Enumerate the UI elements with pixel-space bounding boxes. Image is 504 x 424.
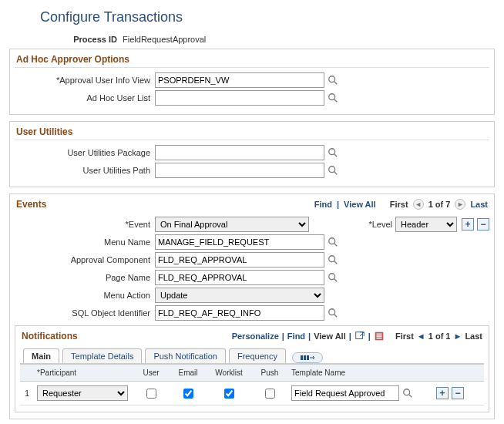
adhoc-user-list-input[interactable] <box>155 90 324 106</box>
svg-rect-23 <box>301 355 303 360</box>
menu-name-input[interactable] <box>155 234 324 250</box>
sql-object-id-input[interactable] <box>155 305 324 321</box>
grid-header-row: Participant User Email Worklist Push Tem… <box>20 364 484 382</box>
user-utilities-path-input[interactable] <box>155 163 324 178</box>
user-utilities-package-label: User Utilities Package <box>15 148 155 157</box>
svg-point-10 <box>329 256 335 262</box>
page-name-label: Page Name <box>15 273 155 282</box>
notif-personalize-link[interactable]: Personalize <box>232 331 279 341</box>
notif-pager-text: 1 of 1 <box>428 331 451 341</box>
approval-user-info-view-input[interactable] <box>155 72 324 88</box>
row-index: 1 <box>20 387 34 399</box>
page-title: Configure Transactions <box>40 9 495 25</box>
level-select[interactable]: Header <box>395 217 457 232</box>
svg-point-0 <box>329 76 335 82</box>
svg-point-2 <box>329 94 335 100</box>
user-utilities-title-text: User Utilities <box>16 126 72 137</box>
lookup-icon[interactable] <box>328 75 338 86</box>
user-utilities-path-label: User Utilities Path <box>15 166 155 175</box>
events-view-all-link[interactable]: View All <box>344 200 376 209</box>
previous-icon[interactable]: ◄ <box>413 199 424 210</box>
tab-push-notification[interactable]: Push Notification <box>145 348 226 363</box>
user-utilities-section: User Utilities User Utilities Package Us… <box>9 121 495 187</box>
lookup-icon[interactable] <box>328 237 338 247</box>
svg-rect-16 <box>356 332 363 339</box>
svg-line-9 <box>334 244 338 247</box>
svg-line-13 <box>334 279 338 282</box>
svg-line-5 <box>334 154 338 157</box>
svg-point-4 <box>329 149 335 155</box>
show-all-columns-icon[interactable] <box>292 352 323 363</box>
event-label: Event <box>15 220 155 229</box>
zoom-icon[interactable] <box>354 331 365 342</box>
tab-main[interactable]: Main <box>23 348 59 363</box>
lookup-icon[interactable] <box>328 272 338 283</box>
process-id-row: Process ID FieldRequestApproval <box>9 35 495 44</box>
events-find-link[interactable]: Find <box>314 200 332 209</box>
add-row-button[interactable]: + <box>462 218 474 231</box>
next-icon[interactable]: ► <box>453 331 462 341</box>
page-name-input[interactable] <box>155 270 324 285</box>
lookup-icon[interactable] <box>328 93 338 103</box>
svg-line-27 <box>409 395 412 398</box>
svg-rect-24 <box>304 355 306 360</box>
svg-line-1 <box>334 82 338 85</box>
menu-action-select[interactable]: Update <box>155 288 324 303</box>
push-checkbox[interactable] <box>265 389 275 399</box>
svg-line-11 <box>334 261 338 264</box>
notif-grid: Participant User Email Worklist Push Tem… <box>20 364 484 405</box>
template-name-input[interactable] <box>291 385 399 401</box>
svg-rect-20 <box>376 335 381 337</box>
lookup-icon[interactable] <box>328 254 338 265</box>
user-utilities-title: User Utilities <box>15 125 489 140</box>
adhoc-title-text: Ad Hoc Approver Options <box>16 54 129 65</box>
tab-frequency[interactable]: Frequency <box>229 348 286 363</box>
svg-rect-19 <box>376 334 381 335</box>
notif-find-link[interactable]: Find <box>287 331 305 341</box>
svg-point-26 <box>404 389 410 395</box>
col-email: Email <box>170 367 207 379</box>
notifications-title: Notifications Personalize | Find | View … <box>20 329 484 344</box>
col-push: Push <box>251 367 288 379</box>
add-row-button[interactable]: + <box>436 387 449 399</box>
events-title-text: Events <box>16 199 46 210</box>
events-pager-text: 1 of 7 <box>428 200 451 209</box>
menu-action-label: Menu Action <box>15 291 155 300</box>
notif-first-label: First <box>395 331 414 341</box>
notif-view-all-text: View All <box>314 331 346 341</box>
col-worklist: Worklist <box>207 367 251 379</box>
svg-rect-25 <box>307 355 309 360</box>
events-section: Events Find | View All First ◄ 1 of 7 ► … <box>9 193 495 419</box>
delete-row-button[interactable]: − <box>452 387 464 399</box>
lookup-icon[interactable] <box>328 308 338 318</box>
sql-object-id-label: SQL Object Identifier <box>15 308 155 318</box>
events-last-link[interactable]: Last <box>470 200 488 209</box>
process-id-value: FieldRequestApproval <box>119 35 206 44</box>
delete-row-button[interactable]: − <box>477 218 489 231</box>
approval-component-input[interactable] <box>155 252 324 268</box>
approval-user-info-view-label: Approval User Info View <box>15 76 155 85</box>
email-checkbox[interactable] <box>183 389 193 399</box>
process-id-label: Process ID <box>40 35 117 44</box>
approval-component-label: Approval Component <box>15 255 155 264</box>
user-utilities-package-input[interactable] <box>155 145 324 160</box>
participant-select[interactable]: Requester <box>37 385 128 401</box>
svg-line-15 <box>334 315 338 318</box>
lookup-icon[interactable] <box>328 165 338 176</box>
lookup-icon[interactable] <box>328 147 338 158</box>
user-checkbox[interactable] <box>146 389 156 399</box>
event-select[interactable]: On Final Approval <box>155 217 309 232</box>
lookup-icon[interactable] <box>402 388 413 399</box>
svg-line-17 <box>360 332 364 336</box>
worklist-checkbox[interactable] <box>224 389 234 399</box>
svg-point-8 <box>329 238 335 244</box>
grid-row: 1 Requester + − <box>20 382 484 405</box>
previous-icon[interactable]: ◄ <box>417 331 425 341</box>
tab-template-details[interactable]: Template Details <box>62 348 142 363</box>
next-icon[interactable]: ► <box>455 199 465 210</box>
svg-line-3 <box>334 99 338 103</box>
notif-tabs: Main Template Details Push Notification … <box>20 348 484 364</box>
menu-name-label: Menu Name <box>15 237 155 247</box>
svg-rect-21 <box>376 338 381 339</box>
download-icon[interactable] <box>374 331 385 342</box>
